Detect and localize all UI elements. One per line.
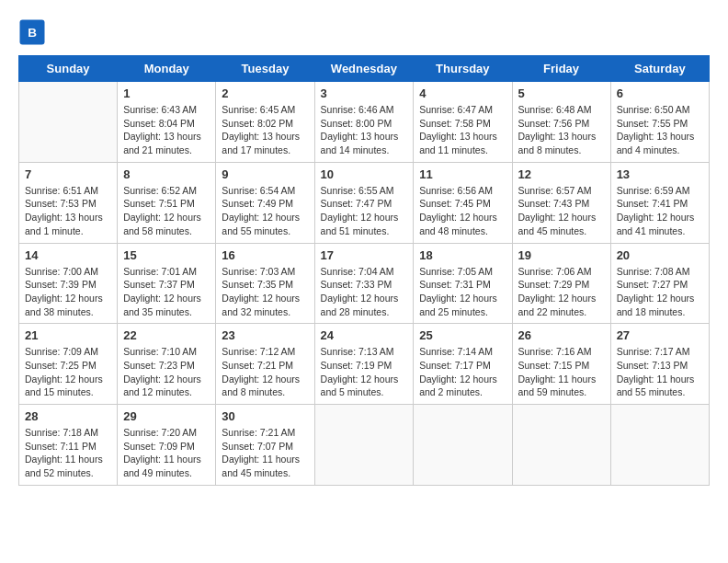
- calendar-cell: 26Sunrise: 7:16 AM Sunset: 7:15 PM Dayli…: [512, 324, 610, 405]
- day-number: 24: [321, 328, 408, 342]
- calendar-cell: [314, 405, 414, 486]
- calendar-cell: 22Sunrise: 7:10 AM Sunset: 7:23 PM Dayli…: [118, 324, 216, 405]
- day-number: 20: [617, 248, 703, 262]
- day-info: Sunrise: 6:47 AM Sunset: 7:58 PM Dayligh…: [419, 103, 506, 157]
- calendar-cell: 27Sunrise: 7:17 AM Sunset: 7:13 PM Dayli…: [610, 324, 709, 405]
- calendar-cell: [19, 82, 118, 163]
- day-number: 25: [419, 328, 506, 342]
- day-info: Sunrise: 7:16 AM Sunset: 7:15 PM Dayligh…: [518, 345, 605, 399]
- day-number: 7: [25, 167, 111, 181]
- day-info: Sunrise: 6:55 AM Sunset: 7:47 PM Dayligh…: [321, 184, 408, 238]
- day-number: 13: [617, 167, 703, 181]
- calendar-cell: [610, 405, 709, 486]
- day-info: Sunrise: 7:12 AM Sunset: 7:21 PM Dayligh…: [222, 345, 308, 399]
- day-info: Sunrise: 6:59 AM Sunset: 7:41 PM Dayligh…: [617, 184, 703, 238]
- day-number: 1: [123, 86, 210, 100]
- calendar-cell: 20Sunrise: 7:08 AM Sunset: 7:27 PM Dayli…: [610, 243, 709, 324]
- calendar-cell: 3Sunrise: 6:46 AM Sunset: 8:00 PM Daylig…: [314, 82, 414, 163]
- day-info: Sunrise: 7:09 AM Sunset: 7:25 PM Dayligh…: [25, 345, 111, 399]
- day-info: Sunrise: 6:52 AM Sunset: 7:51 PM Dayligh…: [123, 184, 210, 238]
- logo-icon: B: [18, 18, 46, 46]
- day-number: 16: [222, 248, 308, 262]
- day-info: Sunrise: 7:14 AM Sunset: 7:17 PM Dayligh…: [419, 345, 506, 399]
- calendar-cell: 5Sunrise: 6:48 AM Sunset: 7:56 PM Daylig…: [512, 82, 610, 163]
- day-number: 2: [222, 86, 308, 100]
- day-info: Sunrise: 7:10 AM Sunset: 7:23 PM Dayligh…: [123, 345, 210, 399]
- day-info: Sunrise: 6:46 AM Sunset: 8:00 PM Dayligh…: [321, 103, 408, 157]
- day-info: Sunrise: 7:03 AM Sunset: 7:35 PM Dayligh…: [222, 265, 308, 319]
- day-number: 27: [617, 328, 703, 342]
- calendar-cell: 16Sunrise: 7:03 AM Sunset: 7:35 PM Dayli…: [216, 243, 314, 324]
- calendar-cell: [414, 405, 512, 486]
- day-number: 19: [518, 248, 605, 262]
- day-info: Sunrise: 7:06 AM Sunset: 7:29 PM Dayligh…: [518, 265, 605, 319]
- day-number: 11: [419, 167, 506, 181]
- day-number: 22: [123, 328, 210, 342]
- day-info: Sunrise: 6:43 AM Sunset: 8:04 PM Dayligh…: [123, 103, 210, 157]
- day-info: Sunrise: 7:08 AM Sunset: 7:27 PM Dayligh…: [617, 265, 703, 319]
- calendar-cell: 13Sunrise: 6:59 AM Sunset: 7:41 PM Dayli…: [610, 162, 709, 243]
- day-info: Sunrise: 7:13 AM Sunset: 7:19 PM Dayligh…: [321, 345, 408, 399]
- day-number: 8: [123, 167, 210, 181]
- calendar-cell: 18Sunrise: 7:05 AM Sunset: 7:31 PM Dayli…: [414, 243, 512, 324]
- day-number: 12: [518, 167, 605, 181]
- day-info: Sunrise: 7:18 AM Sunset: 7:11 PM Dayligh…: [25, 426, 111, 480]
- day-number: 21: [25, 328, 111, 342]
- calendar-cell: 11Sunrise: 6:56 AM Sunset: 7:45 PM Dayli…: [414, 162, 512, 243]
- calendar-cell: 29Sunrise: 7:20 AM Sunset: 7:09 PM Dayli…: [118, 405, 216, 486]
- day-info: Sunrise: 6:45 AM Sunset: 8:02 PM Dayligh…: [222, 103, 308, 157]
- calendar-cell: 25Sunrise: 7:14 AM Sunset: 7:17 PM Dayli…: [414, 324, 512, 405]
- day-info: Sunrise: 7:21 AM Sunset: 7:07 PM Dayligh…: [222, 426, 308, 480]
- day-number: 6: [617, 86, 703, 100]
- day-number: 18: [419, 248, 506, 262]
- day-info: Sunrise: 7:00 AM Sunset: 7:39 PM Dayligh…: [25, 265, 111, 319]
- page-header: B: [18, 18, 710, 46]
- calendar-cell: 14Sunrise: 7:00 AM Sunset: 7:39 PM Dayli…: [19, 243, 118, 324]
- calendar-cell: 1Sunrise: 6:43 AM Sunset: 8:04 PM Daylig…: [118, 82, 216, 163]
- calendar-week-row: 21Sunrise: 7:09 AM Sunset: 7:25 PM Dayli…: [19, 324, 710, 405]
- calendar-cell: 24Sunrise: 7:13 AM Sunset: 7:19 PM Dayli…: [314, 324, 414, 405]
- day-number: 3: [321, 86, 408, 100]
- day-info: Sunrise: 7:05 AM Sunset: 7:31 PM Dayligh…: [419, 265, 506, 319]
- calendar-cell: 9Sunrise: 6:54 AM Sunset: 7:49 PM Daylig…: [216, 162, 314, 243]
- calendar-cell: 30Sunrise: 7:21 AM Sunset: 7:07 PM Dayli…: [216, 405, 314, 486]
- day-number: 9: [222, 167, 308, 181]
- calendar-header-row: SundayMondayTuesdayWednesdayThursdayFrid…: [19, 56, 710, 82]
- weekday-header: Friday: [512, 56, 610, 82]
- day-number: 26: [518, 328, 605, 342]
- calendar-week-row: 7Sunrise: 6:51 AM Sunset: 7:53 PM Daylig…: [19, 162, 710, 243]
- calendar-cell: 4Sunrise: 6:47 AM Sunset: 7:58 PM Daylig…: [414, 82, 512, 163]
- day-info: Sunrise: 7:01 AM Sunset: 7:37 PM Dayligh…: [123, 265, 210, 319]
- day-info: Sunrise: 6:50 AM Sunset: 7:55 PM Dayligh…: [617, 103, 703, 157]
- day-info: Sunrise: 7:17 AM Sunset: 7:13 PM Dayligh…: [617, 345, 703, 399]
- weekday-header: Tuesday: [216, 56, 314, 82]
- calendar-week-row: 28Sunrise: 7:18 AM Sunset: 7:11 PM Dayli…: [19, 405, 710, 486]
- day-number: 5: [518, 86, 605, 100]
- calendar-cell: 17Sunrise: 7:04 AM Sunset: 7:33 PM Dayli…: [314, 243, 414, 324]
- calendar-cell: 8Sunrise: 6:52 AM Sunset: 7:51 PM Daylig…: [118, 162, 216, 243]
- day-info: Sunrise: 6:56 AM Sunset: 7:45 PM Dayligh…: [419, 184, 506, 238]
- day-number: 23: [222, 328, 308, 342]
- day-number: 14: [25, 248, 111, 262]
- weekday-header: Saturday: [610, 56, 709, 82]
- day-number: 15: [123, 248, 210, 262]
- weekday-header: Sunday: [19, 56, 118, 82]
- day-info: Sunrise: 6:51 AM Sunset: 7:53 PM Dayligh…: [25, 184, 111, 238]
- svg-text:B: B: [28, 26, 37, 40]
- calendar-cell: [512, 405, 610, 486]
- weekday-header: Monday: [118, 56, 216, 82]
- calendar-week-row: 1Sunrise: 6:43 AM Sunset: 8:04 PM Daylig…: [19, 82, 710, 163]
- calendar-cell: 15Sunrise: 7:01 AM Sunset: 7:37 PM Dayli…: [118, 243, 216, 324]
- day-number: 29: [123, 409, 210, 423]
- calendar-cell: 6Sunrise: 6:50 AM Sunset: 7:55 PM Daylig…: [610, 82, 709, 163]
- weekday-header: Wednesday: [314, 56, 414, 82]
- day-info: Sunrise: 7:04 AM Sunset: 7:33 PM Dayligh…: [321, 265, 408, 319]
- day-number: 10: [321, 167, 408, 181]
- day-info: Sunrise: 6:57 AM Sunset: 7:43 PM Dayligh…: [518, 184, 605, 238]
- calendar-cell: 28Sunrise: 7:18 AM Sunset: 7:11 PM Dayli…: [19, 405, 118, 486]
- calendar-cell: 23Sunrise: 7:12 AM Sunset: 7:21 PM Dayli…: [216, 324, 314, 405]
- calendar-cell: 19Sunrise: 7:06 AM Sunset: 7:29 PM Dayli…: [512, 243, 610, 324]
- day-number: 28: [25, 409, 111, 423]
- calendar-cell: 2Sunrise: 6:45 AM Sunset: 8:02 PM Daylig…: [216, 82, 314, 163]
- day-info: Sunrise: 6:48 AM Sunset: 7:56 PM Dayligh…: [518, 103, 605, 157]
